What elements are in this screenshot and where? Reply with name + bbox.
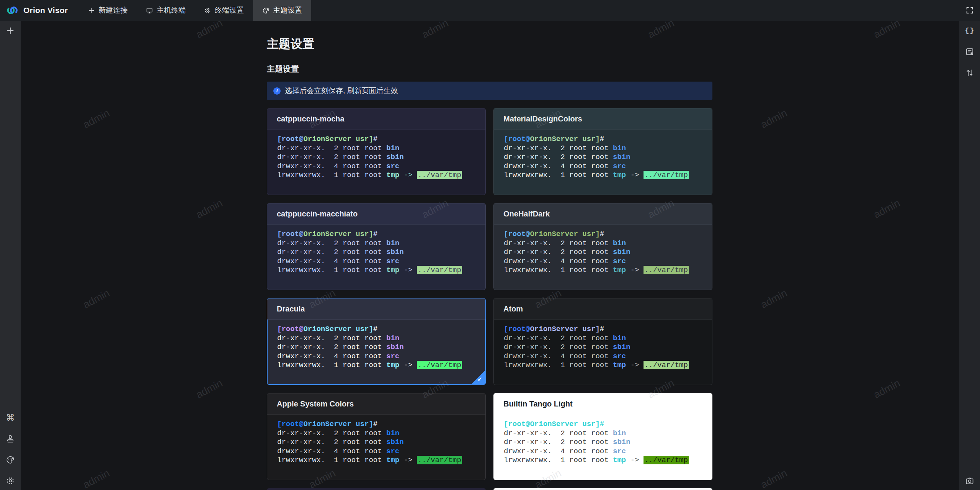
terminal-line: drwxr-xr-x. 4 root root src	[504, 257, 702, 266]
stamp-icon[interactable]	[6, 434, 15, 443]
braces-icon[interactable]: {}	[965, 26, 974, 35]
terminal-preview: [root@OrionServer usr]#dr-xr-xr-x. 2 roo…	[267, 415, 485, 465]
theme-card-partial[interactable]	[267, 488, 486, 490]
file-name: src	[613, 257, 626, 265]
tab-label: 终端设置	[215, 5, 244, 15]
theme-card-materialdesigncolors[interactable]: MaterialDesignColors [root@OrionServer u…	[493, 108, 712, 195]
file-name: tmp	[613, 171, 626, 179]
theme-card-builtin-tango-light[interactable]: Builtin Tango Light [root@OrionServer us…	[493, 393, 712, 480]
terminal-line: dr-xr-xr-x. 2 root root bin	[504, 429, 702, 438]
theme-name: Atom	[503, 305, 523, 313]
theme-name: Dracula	[277, 305, 305, 313]
file-name: src	[386, 352, 399, 361]
terminal-line: drwxr-xr-x. 4 root root src	[504, 447, 702, 456]
terminal-preview: [root@OrionServer usr]#dr-xr-xr-x. 2 roo…	[267, 320, 485, 370]
terminal-text: dr-xr-xr-x. 2 root root	[277, 153, 386, 161]
terminal-text: drwxr-xr-x. 4 root root	[277, 447, 386, 456]
terminal-line: lrwxrwxrwx. 1 root root tmp -> ../var/tm…	[277, 456, 475, 465]
terminal-line: drwxr-xr-x. 4 root root src	[277, 257, 475, 266]
file-name: bin	[386, 429, 399, 438]
terminal-line: dr-xr-xr-x. 2 root root bin	[277, 239, 475, 248]
navbar-tabs: 新建连接主机终端终端设置主题设置	[78, 0, 311, 21]
terminal-line: dr-xr-xr-x. 2 root root sbin	[277, 153, 475, 162]
right-sidebar-bottom	[965, 476, 974, 485]
terminal-prompt-line: [root@OrionServer usr]#	[277, 135, 475, 144]
theme-card-catppuccin-macchiato[interactable]: catppuccin-macchiato [root@OrionServer u…	[267, 203, 486, 290]
terminal-text: lrwxrwxrwx. 1 root root	[277, 361, 386, 369]
prompt-host: OrionServer usr]	[303, 420, 373, 428]
left-sidebar-top	[6, 26, 15, 35]
gear-icon[interactable]	[6, 476, 15, 485]
terminal-text: drwxr-xr-x. 4 root root	[504, 447, 613, 456]
info-icon: i	[273, 87, 281, 95]
terminal-line: dr-xr-xr-x. 2 root root bin	[504, 334, 702, 343]
file-name: sbin	[613, 153, 630, 161]
theme-card-header: catppuccin-mocha	[267, 108, 485, 129]
prompt-symbol: #	[373, 230, 377, 238]
prompt-user: [root@	[504, 230, 530, 238]
terminal-text: lrwxrwxrwx. 1 root root	[277, 171, 386, 179]
command-icon[interactable]: ⌘	[6, 413, 15, 422]
prompt-host: OrionServer usr]	[530, 230, 599, 238]
terminal-line: dr-xr-xr-x. 2 root root sbin	[504, 153, 702, 162]
file-name: src	[386, 447, 399, 456]
prompt-user: [root@	[277, 325, 303, 333]
selected-corner-badge: ✓	[471, 370, 485, 385]
file-name: bin	[613, 429, 626, 438]
app-window: Orion Visor 新建连接主机终端终端设置主题设置 ⌘ {} 主题设置 主…	[0, 0, 980, 490]
terminal-prompt-line: [root@OrionServer usr]#	[504, 230, 702, 239]
palette-icon[interactable]	[6, 455, 15, 464]
file-name: sbin	[613, 343, 630, 351]
doc-bookmark-icon[interactable]	[965, 47, 974, 56]
settings-panel: 主题设置 主题设置 i 选择后会立刻保存, 刷新页面后生效 catppuccin…	[267, 21, 712, 490]
theme-card-onehalfdark[interactable]: OneHalfDark [root@OrionServer usr]#dr-xr…	[493, 203, 712, 290]
highlighted-path: ../var/tmp	[644, 171, 689, 179]
terminal-line: lrwxrwxrwx. 1 root root tmp -> ../var/tm…	[504, 361, 702, 370]
arrow: ->	[626, 266, 644, 274]
file-name: src	[386, 257, 399, 265]
theme-card-header: Atom	[494, 298, 712, 320]
sort-arrows-icon[interactable]	[965, 68, 974, 77]
theme-card-atom[interactable]: Atom [root@OrionServer usr]#dr-xr-xr-x. …	[493, 298, 712, 385]
terminal-line: lrwxrwxrwx. 1 root root tmp -> ../var/tm…	[277, 171, 475, 180]
theme-card-apple-system-colors[interactable]: Apple System Colors [root@OrionServer us…	[267, 393, 486, 480]
prompt-symbol: #	[600, 230, 604, 238]
terminal-line: dr-xr-xr-x. 2 root root sbin	[504, 438, 702, 447]
terminal-text: drwxr-xr-x. 4 root root	[504, 162, 613, 170]
terminal-text: dr-xr-xr-x. 2 root root	[504, 239, 613, 247]
camera-icon[interactable]	[965, 476, 974, 485]
tab-host-terminal[interactable]: 主机终端	[137, 0, 195, 21]
arrow: ->	[399, 171, 417, 179]
theme-card-partial[interactable]	[493, 488, 712, 490]
tab-terminal-settings[interactable]: 终端设置	[195, 0, 253, 21]
terminal-text: dr-xr-xr-x. 2 root root	[277, 429, 386, 438]
terminal-line: dr-xr-xr-x. 2 root root bin	[277, 429, 475, 438]
terminal-text: drwxr-xr-x. 4 root root	[504, 352, 613, 361]
theme-card-dracula[interactable]: Dracula [root@OrionServer usr]#dr-xr-xr-…	[267, 298, 486, 385]
brand[interactable]: Orion Visor	[0, 0, 78, 21]
terminal-text: lrwxrwxrwx. 1 root root	[504, 361, 613, 369]
terminal-line: drwxr-xr-x. 4 root root src	[277, 447, 475, 456]
tab-theme-settings[interactable]: 主题设置	[253, 0, 311, 21]
arrow: ->	[399, 361, 417, 369]
terminal-line: lrwxrwxrwx. 1 root root tmp -> ../var/tm…	[277, 266, 475, 275]
plus-icon[interactable]	[6, 26, 15, 35]
right-sidebar-top: {}	[965, 26, 974, 77]
theme-card-catppuccin-mocha[interactable]: catppuccin-mocha [root@OrionServer usr]#…	[267, 108, 486, 195]
file-name: tmp	[613, 361, 626, 369]
check-icon: ✓	[477, 376, 482, 383]
terminal-text: dr-xr-xr-x. 2 root root	[504, 343, 613, 351]
terminal-text: drwxr-xr-x. 4 root root	[277, 257, 386, 265]
arrow: ->	[626, 171, 644, 179]
brand-name: Orion Visor	[23, 6, 68, 15]
file-name: tmp	[386, 456, 399, 464]
prompt-symbol: #	[600, 325, 604, 333]
terminal-text: lrwxrwxrwx. 1 root root	[504, 171, 613, 179]
file-name: sbin	[386, 438, 404, 446]
fullscreen-icon[interactable]	[965, 6, 974, 15]
tab-new-connection[interactable]: 新建连接	[78, 0, 137, 21]
terminal-line: dr-xr-xr-x. 2 root root bin	[504, 239, 702, 248]
file-name: src	[613, 162, 626, 170]
monitor-icon	[146, 7, 153, 14]
prompt-user: [root@	[277, 420, 303, 428]
